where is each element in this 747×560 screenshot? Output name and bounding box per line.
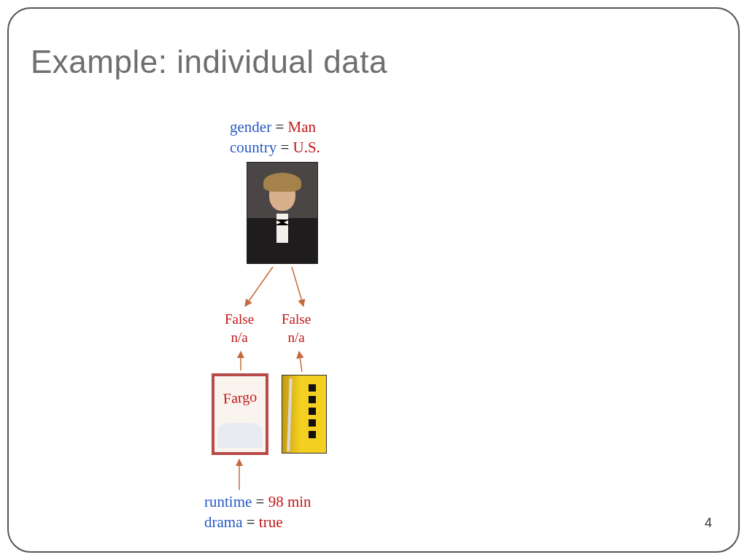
movie-poster-2 [282,375,327,454]
slide-frame: Example: individual data gender = Man co… [7,7,740,553]
movie-poster-1: Fargo [212,373,268,455]
attr-key: country [230,139,276,156]
attr-runtime: runtime = 98 min [204,493,311,511]
attr-country: country = U.S. [230,139,320,157]
svg-line-1 [292,267,303,306]
attr-val: 98 min [268,493,311,510]
attr-val: true [259,513,283,531]
attr-gender: gender = Man [230,118,316,136]
svg-line-0 [245,267,273,306]
attr-key: runtime [204,493,252,510]
arrows-layer [9,9,740,553]
poster1-title: Fargo [214,388,266,408]
page-number: 4 [705,516,712,531]
edge-label-left: False n/a [225,311,254,346]
attr-val: U.S. [293,139,320,156]
edge-label-right: False n/a [282,311,311,346]
attr-key: gender [230,118,271,136]
attr-val: Man [287,118,316,136]
svg-line-3 [299,351,302,372]
person-photo [247,162,318,264]
attr-drama: drama = true [204,513,282,532]
attr-key: drama [204,513,242,531]
slide-title: Example: individual data [31,44,387,80]
